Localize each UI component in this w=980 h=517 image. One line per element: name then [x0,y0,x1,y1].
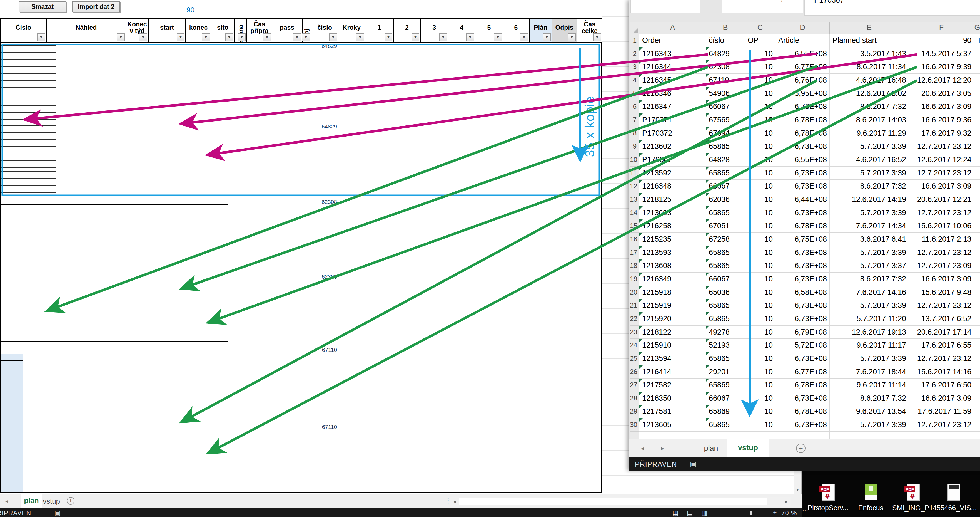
column-header-G[interactable]: G [974,22,980,34]
cell[interactable]: 1217582 [640,378,706,392]
column-header--as-p-pra[interactable]: Čas přípra▼ [247,19,272,42]
tab-plan[interactable]: plan [699,439,723,458]
cell[interactable]: 4.6.2017 16:52 [830,153,909,167]
cell[interactable]: 8.6.2017 7:32 [830,392,909,405]
cell[interactable] [974,392,980,405]
row-header-6[interactable]: 6 [630,100,640,113]
cell[interactable]: 65865 [706,246,745,260]
cell[interactable]: 16.6.2017 3:09 [909,392,974,405]
row-header-23[interactable]: 23 [630,326,640,339]
cell[interactable]: 65865 [706,352,745,365]
tab-nav-left-icon[interactable]: ◄ [640,439,645,458]
column-header-3[interactable]: 3▼ [421,19,449,42]
cell[interactable]: 6,73E+08 [775,418,830,432]
cell[interactable]: 66067 [706,273,745,286]
cell[interactable]: 10 [745,127,775,140]
cell[interactable]: 90 [909,34,974,47]
cell[interactable]: 15.6.2017 14:16 [909,365,974,379]
row-header-28[interactable]: 28 [630,392,640,405]
cell[interactable]: 6,78E+08 [775,219,830,233]
cell[interactable]: 1213594 [640,352,706,365]
cell[interactable]: 10 [745,378,775,392]
cell[interactable]: 6,73E+08 [775,352,830,365]
cell[interactable]: 12.7.2017 23:09 [909,259,974,273]
cell[interactable]: 9.6.2017 11:29 [830,127,909,140]
column-header-strana[interactable]: strana▼ [235,19,247,42]
cell[interactable]: 6,77E+08 [775,365,830,379]
cell[interactable]: Order [640,34,706,47]
cell[interactable]: OP [745,34,775,47]
cell[interactable]: 10 [745,233,775,246]
cell[interactable]: 5,95E+08 [775,87,830,101]
row-header-12[interactable]: 12 [630,180,640,193]
cell[interactable]: 65865 [706,299,745,312]
cell[interactable]: 6,73E+08 [775,167,830,180]
cell[interactable]: 1216347 [640,100,706,113]
cell[interactable] [974,180,980,193]
cell[interactable]: 16.6.2017 3:09 [909,100,974,113]
cell[interactable]: 6,75E+08 [775,233,830,246]
column-header-n-hled[interactable]: Náhled▼ [47,19,126,42]
cell[interactable]: 15.6.2017 9:48 [909,286,974,299]
column-header-konec[interactable]: konec▼ [186,19,212,42]
cell[interactable]: 8.6.2017 11:34 [830,61,909,74]
import-dat-2-button[interactable]: Import dat 2 [72,1,120,12]
cell[interactable]: 10 [745,206,775,220]
cell[interactable]: Article [775,34,830,47]
cell[interactable] [974,219,980,233]
row-header-9[interactable]: 9 [630,140,640,153]
cell[interactable]: 10 [745,273,775,286]
column-header-C[interactable]: C [745,22,775,34]
cell[interactable]: 10 [745,365,775,379]
cell[interactable]: T [974,34,980,47]
desktop-icon-455466-vis-[interactable]: 455466_VIS... [933,484,974,512]
filter-dropdown-icon[interactable]: ▼ [202,34,210,41]
cell[interactable] [974,87,980,101]
cell[interactable]: 1213608 [640,259,706,273]
cell[interactable] [974,365,980,379]
cell[interactable] [974,432,980,439]
cell[interactable] [974,127,980,140]
cell[interactable] [909,432,974,439]
cell[interactable]: 10 [745,259,775,273]
enter-icon[interactable]: ✓ [756,0,761,2]
cell[interactable]: 1216346 [640,87,706,101]
cell[interactable]: 7.6.2017 18:44 [830,365,909,379]
cell[interactable]: 1213592 [640,167,706,180]
cell[interactable]: 12.7.2017 23:12 [909,418,974,432]
cell[interactable]: 10 [745,61,775,74]
cell[interactable]: 1216344 [640,61,706,74]
cell[interactable]: 6,79E+08 [775,326,830,339]
row-header-19[interactable]: 19 [630,273,640,286]
cell[interactable]: 67569 [706,113,745,127]
filter-dropdown-icon[interactable]: ▼ [356,34,364,41]
column-header-konec-v-t-d[interactable]: Konec v týd▼ [126,19,149,42]
formula-bar[interactable]: P170367 [804,0,980,16]
cell[interactable]: 5.7.2017 3:39 [830,418,909,432]
filter-dropdown-icon[interactable]: ▼ [568,34,576,41]
cell[interactable]: 1216349 [640,273,706,286]
cell[interactable]: 67694 [706,127,745,140]
row-header-10[interactable]: 10 [630,153,640,167]
cell[interactable]: 5.7.2017 3:39 [830,246,909,260]
cell[interactable]: 6,77E+08 [775,61,830,74]
cell[interactable]: Planned start [830,34,909,47]
cell[interactable]: 6,73E+08 [775,100,830,113]
filter-dropdown-icon[interactable]: ▼ [593,34,601,41]
cell[interactable]: 6,73E+08 [775,312,830,326]
cell[interactable]: 1216343 [640,47,706,61]
cell[interactable]: 10 [745,352,775,365]
column-header-A[interactable]: A [640,22,706,34]
filter-dropdown-icon[interactable]: ▼ [520,34,528,41]
column-header-E[interactable]: E [830,22,909,34]
cell[interactable]: 1215919 [640,299,706,312]
zoom-plus-icon[interactable]: + [773,509,777,517]
cell[interactable]: 12.7.2017 23:12 [909,167,974,180]
cell[interactable]: 6,73E+08 [775,180,830,193]
cell[interactable]: 12.6.2017 12:24 [909,153,974,167]
row-header-29[interactable]: 29 [630,405,640,418]
filter-dropdown-icon[interactable]: ▼ [139,34,147,41]
cell[interactable]: 1215910 [640,339,706,352]
cell[interactable]: 62308 [706,61,745,74]
filter-dropdown-icon[interactable]: ▼ [117,34,125,41]
